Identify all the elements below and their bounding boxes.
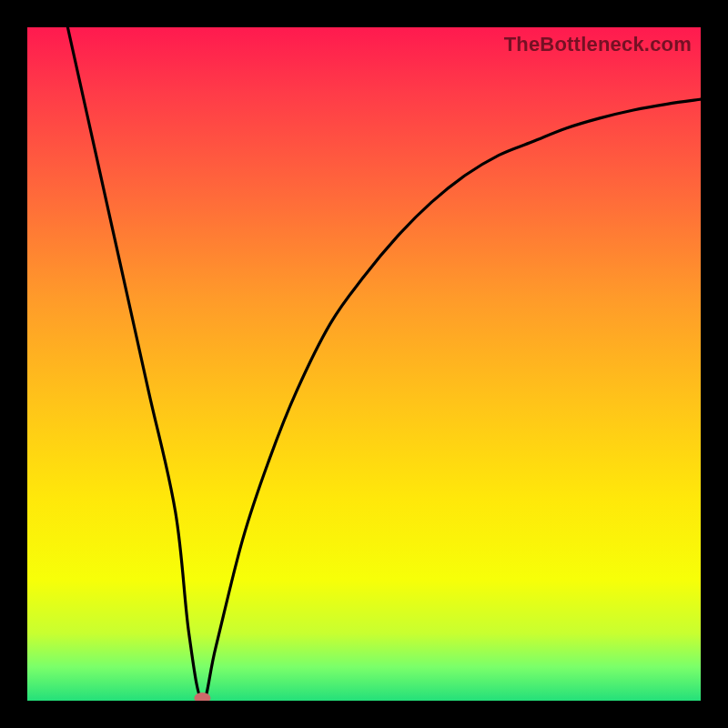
plot-area: TheBottleneck.com: [27, 27, 701, 701]
svg-point-0: [194, 693, 210, 701]
chart-frame: TheBottleneck.com: [0, 0, 728, 728]
bottleneck-curve: [27, 27, 701, 701]
